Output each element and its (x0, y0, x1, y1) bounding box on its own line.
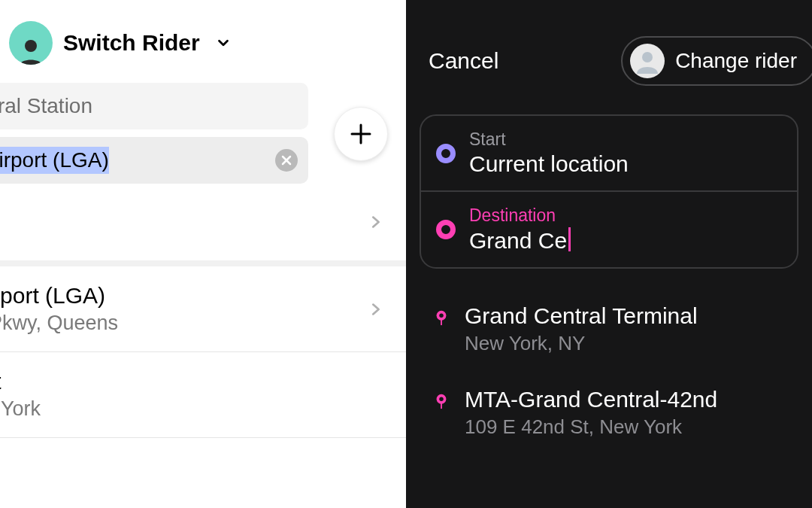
destination-value: Grand Ce (469, 228, 567, 253)
suggestion-list: Grand Central Terminal New York, NY MTA-… (406, 290, 812, 457)
destination-input[interactable]: Destination Grand Ce (421, 190, 797, 267)
search-result-row[interactable]: a Airport (LGA) tral Pkwy, Queens (0, 266, 406, 352)
plus-icon (347, 120, 374, 148)
svg-point-6 (439, 397, 444, 402)
location-pin-icon (433, 309, 450, 326)
suggestion-subtitle: New York, NY (465, 332, 698, 355)
change-rider-label: Change rider (675, 49, 797, 73)
add-stop-button[interactable] (334, 107, 388, 161)
route-input-box: Start Current location Destination Grand… (420, 114, 798, 269)
avatar-icon (630, 44, 665, 78)
result-subtitle: tral Pkwy, Queens (0, 312, 118, 335)
text-cursor-icon (568, 227, 571, 251)
destination-ring-icon (436, 220, 456, 239)
chevron-right-icon (367, 211, 383, 233)
pickup-input[interactable]: entral Station (0, 83, 308, 129)
destination-input[interactable]: a Airport (LGA) (0, 137, 308, 184)
saved-places-row[interactable]: ces (0, 184, 406, 266)
start-input[interactable]: Start Current location (421, 116, 797, 190)
suggestion-row[interactable]: MTA-Grand Central-42nd 109 E 42nd St, Ne… (406, 373, 812, 457)
pickup-value: entral Station (0, 94, 92, 118)
suggestion-title: Grand Central Terminal (465, 303, 698, 329)
svg-point-3 (439, 314, 444, 318)
switch-rider-label: Switch Rider (63, 30, 200, 56)
svg-point-1 (642, 52, 653, 62)
destination-label: Destination (469, 205, 571, 226)
chevron-right-icon (367, 298, 383, 321)
uber-panel: Switch Rider entral Station a Airport (L… (0, 0, 406, 508)
search-result-row[interactable]: th St New York (0, 352, 406, 438)
lyft-panel: Cancel Change rider Start Current locati… (406, 0, 812, 508)
avatar-icon (9, 21, 53, 65)
suggestion-subtitle: 109 E 42nd St, New York (465, 415, 717, 439)
clear-icon[interactable] (275, 149, 298, 172)
result-title: a Airport (LGA) (0, 283, 118, 309)
location-pin-icon (433, 393, 450, 409)
destination-value: a Airport (LGA) (0, 147, 109, 174)
change-rider-button[interactable]: Change rider (621, 36, 812, 86)
start-value: Current location (469, 151, 629, 177)
svg-point-0 (25, 40, 37, 52)
start-ring-icon (436, 144, 456, 163)
cancel-button[interactable]: Cancel (429, 48, 498, 74)
svg-rect-7 (441, 403, 442, 409)
switch-rider-button[interactable]: Switch Rider (0, 0, 406, 83)
result-title: th St (0, 369, 41, 394)
result-subtitle: New York (0, 397, 41, 421)
location-inputs: entral Station a Airport (LGA) (0, 83, 406, 184)
chevron-down-icon (215, 35, 232, 51)
suggestion-row[interactable]: Grand Central Terminal New York, NY (406, 290, 812, 373)
start-label: Start (469, 129, 629, 150)
svg-rect-4 (441, 319, 442, 325)
suggestion-title: MTA-Grand Central-42nd (465, 387, 717, 412)
